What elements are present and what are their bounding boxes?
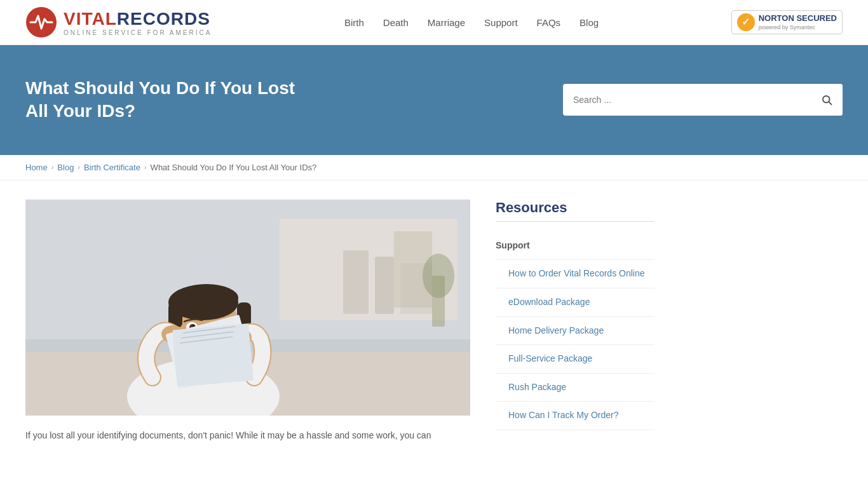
sidebar-item-rush[interactable]: Rush Package — [496, 374, 654, 402]
sidebar-item-support[interactable]: Support — [496, 232, 654, 261]
sidebar: Resources Support How to Order Vital Rec… — [496, 200, 654, 444]
article: If you lost all your identifying documen… — [25, 200, 470, 444]
resources-title: Resources — [496, 200, 654, 222]
svg-point-16 — [175, 284, 238, 312]
breadcrumb-sep-1: › — [51, 163, 54, 171]
sidebar-item-full-service[interactable]: Full-Service Package — [496, 345, 654, 374]
nav-faqs[interactable]: FAQs — [537, 17, 561, 28]
svg-rect-27 — [343, 250, 369, 314]
breadcrumb-birth-certificate[interactable]: Birth Certificate — [84, 163, 140, 172]
logo-tagline: ONLINE SERVICE FOR AMERICA — [64, 29, 212, 36]
sidebar-item-edownload[interactable]: eDownload Package — [496, 288, 654, 317]
svg-line-2 — [829, 102, 831, 105]
sidebar-item-home-delivery[interactable]: Home Delivery Package — [496, 317, 654, 346]
logo-records: RECORDS — [117, 9, 210, 29]
sidebar-link-edownload[interactable]: eDownload Package — [496, 288, 654, 316]
article-image — [25, 200, 470, 416]
norton-check-icon: ✓ — [737, 13, 755, 31]
breadcrumb-blog[interactable]: Blog — [57, 163, 74, 172]
logo-vital: VITAL — [64, 9, 117, 29]
nav-blog[interactable]: Blog — [580, 17, 599, 28]
norton-badge: ✓ NORTON SECURED powered by Symantec — [731, 10, 843, 35]
breadcrumb-home[interactable]: Home — [25, 163, 48, 172]
sidebar-link-support[interactable]: Support — [496, 232, 654, 260]
sidebar-link-home-delivery[interactable]: Home Delivery Package — [496, 317, 654, 345]
article-intro: If you lost all your identifying documen… — [25, 428, 470, 444]
sidebar-item-how-to-order[interactable]: How to Order Vital Records Online — [496, 260, 654, 288]
sidebar-link-full-service[interactable]: Full-Service Package — [496, 345, 654, 373]
hero-title: What Should You Do If You Lost All Your … — [25, 77, 311, 123]
search-icon — [821, 94, 832, 105]
sidebar-link-track-order[interactable]: How Can I Track My Order? — [496, 402, 654, 430]
hero-banner: What Should You Do If You Lost All Your … — [0, 45, 868, 155]
nav-marriage[interactable]: Marriage — [428, 17, 465, 28]
svg-point-31 — [423, 254, 454, 298]
search-button[interactable] — [811, 84, 843, 116]
search-bar — [563, 84, 843, 116]
breadcrumb-current: What Should You Do If You Lost All Your … — [151, 163, 317, 172]
resources-list: Support How to Order Vital Records Onlin… — [496, 232, 654, 430]
logo-text: VITALRECORDS ONLINE SERVICE FOR AMERICA — [64, 9, 212, 36]
site-header: VITALRECORDS ONLINE SERVICE FOR AMERICA … — [0, 0, 868, 45]
breadcrumb: Home › Blog › Birth Certificate › What S… — [0, 155, 868, 180]
breadcrumb-sep-2: › — [78, 163, 80, 171]
nav-support[interactable]: Support — [484, 17, 518, 28]
main-nav: Birth Death Marriage Support FAQs Blog — [344, 17, 599, 28]
sidebar-link-how-to-order[interactable]: How to Order Vital Records Online — [496, 260, 654, 288]
main-content: If you lost all your identifying documen… — [0, 180, 868, 463]
sidebar-link-rush[interactable]: Rush Package — [496, 374, 654, 402]
search-input[interactable] — [563, 95, 811, 105]
logo[interactable]: VITALRECORDS ONLINE SERVICE FOR AMERICA — [25, 6, 212, 38]
article-image-svg — [25, 200, 470, 416]
breadcrumb-sep-3: › — [144, 163, 147, 171]
svg-rect-28 — [375, 257, 394, 314]
logo-icon — [25, 6, 57, 38]
norton-text: NORTON SECURED powered by Symantec — [759, 13, 837, 32]
nav-birth[interactable]: Birth — [344, 17, 364, 28]
sidebar-item-track-order[interactable]: How Can I Track My Order? — [496, 402, 654, 430]
nav-death[interactable]: Death — [383, 17, 409, 28]
